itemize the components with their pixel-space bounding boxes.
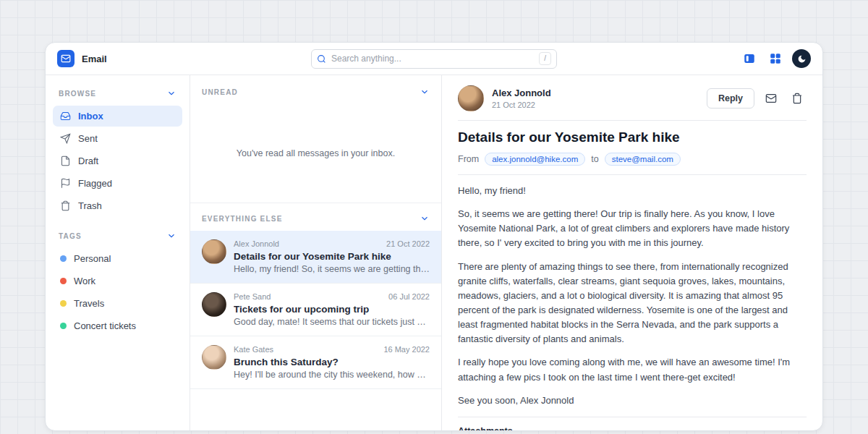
delete-button[interactable] [788,89,807,108]
body-paragraph: See you soon, Alex Jonnold [458,393,807,408]
body-paragraph: I really hope you love coming along with… [458,355,807,384]
tag-label: Travels [74,298,104,309]
reply-button[interactable]: Reply [707,88,754,109]
sidebar-item-inbox[interactable]: Inbox [53,106,182,127]
tags-section-header[interactable]: Tags [53,226,182,245]
email-list-item[interactable]: Pete Sand 06 Jul 2022 Tickets for our up… [190,284,441,336]
sidebar-item-flagged[interactable]: Flagged [53,173,182,194]
email-sender: Kate Gates [234,345,273,354]
chevron-down-icon [420,87,430,97]
folder-label: Sent [78,133,98,144]
tag-list: Personal Work Travels Concert tickets [53,248,182,336]
grid-icon [769,52,782,65]
email-date: 21 Oct 2022 [386,239,430,248]
avatar [202,345,226,370]
email-list-item[interactable]: Alex Jonnold 21 Oct 2022 Details for our… [190,231,441,284]
trash-icon [60,200,71,211]
email-subject: Brunch this Saturday? [234,357,430,367]
reader-header: Alex Jonnold 21 Oct 2022 Reply [458,85,807,111]
mail-list-panel: Unread You've read all messages in your … [190,75,442,430]
tag-color-dot [60,255,67,262]
email-preview: Good day, mate! It seems that our ticket… [234,317,430,327]
reader-sender-name: Alex Jonnold [492,88,551,98]
email-sender: Alex Jonnold [234,239,279,248]
inbox-icon [60,111,71,122]
reading-pane-icon [743,52,756,65]
reader-date: 21 Oct 2022 [492,101,551,109]
grid-view-button[interactable] [766,49,785,68]
email-item-body: Alex Jonnold 21 Oct 2022 Details for our… [234,239,430,274]
folder-label: Flagged [78,178,112,189]
unread-label: Unread [202,88,238,96]
sidebar-item-sent[interactable]: Sent [53,128,182,149]
top-actions [740,49,811,68]
body-paragraph: There are plenty of amazing things to se… [458,260,807,347]
to-label: to [591,154,598,164]
email-reader-panel: Alex Jonnold 21 Oct 2022 Reply Details f… [442,75,822,430]
folder-label: Inbox [78,111,103,122]
email-sender: Pete Sand [234,292,271,301]
tag-label: Concert tickets [74,320,136,331]
flag-icon [60,178,71,189]
unread-section-header[interactable]: Unread [190,75,441,104]
folder-label: Trash [78,200,102,211]
chevron-down-icon [166,88,176,98]
sidebar-item-trash[interactable]: Trash [53,195,182,216]
mark-unread-button[interactable] [762,89,780,108]
unread-empty-message: You've read all messages in your inbox. [190,104,441,203]
from-email-pill[interactable]: alex.jonnold@hike.com [485,153,585,166]
tag-item-travels[interactable]: Travels [53,293,182,314]
envelope-icon [61,54,71,64]
draft-icon [60,156,71,166]
search-input[interactable] [331,54,534,64]
chevron-down-icon [420,213,430,224]
email-app-window: Email / Browse [45,42,823,431]
avatar [202,292,226,317]
tag-color-dot [60,278,67,284]
body-paragraph: So, it seems we are getting there! Our t… [458,207,807,250]
chevron-down-icon [166,231,176,241]
email-preview: Hello, my friend! So, it seems we are ge… [234,264,430,274]
search-icon [317,54,326,64]
email-item-body: Kate Gates 16 May 2022 Brunch this Satur… [234,345,430,380]
app-body: Browse Inbox Sent Draft Flagge [46,75,822,430]
email-date: 06 Jul 2022 [388,292,430,301]
top-bar: Email / [46,43,822,75]
folder-list: Inbox Sent Draft Flagged Trash [53,106,182,216]
email-item-body: Pete Sand 06 Jul 2022 Tickets for our up… [234,292,430,327]
to-email-pill[interactable]: steve@mail.com [605,153,681,166]
tag-color-dot [60,323,67,329]
sidebar-item-draft[interactable]: Draft [53,150,182,171]
dark-mode-toggle[interactable] [792,49,811,68]
email-list-item[interactable]: Kate Gates 16 May 2022 Brunch this Satur… [190,336,441,389]
tag-item-personal[interactable]: Personal [53,248,182,269]
browse-section-header[interactable]: Browse [53,84,182,103]
email-logo [57,50,75,67]
sidebar: Browse Inbox Sent Draft Flagge [46,75,190,430]
body-paragraph: Hello, my friend! [458,184,807,198]
email-body: Hello, my friend! So, it seems we are ge… [458,184,807,408]
browse-label: Browse [59,90,96,98]
app-title: Email [82,54,107,64]
tag-item-concert-tickets[interactable]: Concert tickets [53,315,182,336]
attachments-label: Attachments [458,426,807,430]
reader-actions: Reply [707,88,807,109]
search-box[interactable]: / [311,49,557,69]
folder-label: Draft [78,156,98,166]
email-subject: Tickets for our upcoming trip [234,304,430,315]
send-icon [60,133,71,144]
reader-from-row: From alex.jonnold@hike.com to steve@mail… [458,153,807,166]
email-preview: Hey! I'll be around the city this weeken… [234,370,430,380]
divider [458,417,807,417]
avatar [458,85,484,111]
everything-else-section-header[interactable]: Everything else [190,203,441,231]
search-shortcut-badge: / [539,52,551,65]
tag-item-work[interactable]: Work [53,271,182,292]
moon-icon [797,54,807,64]
reader-sender-block: Alex Jonnold 21 Oct 2022 [492,88,551,109]
reader-subject: Details for our Yosemite Park hike [458,129,807,145]
avatar [202,239,226,264]
reading-pane-button[interactable] [740,49,759,68]
email-date: 16 May 2022 [383,345,430,354]
divider [458,174,807,175]
